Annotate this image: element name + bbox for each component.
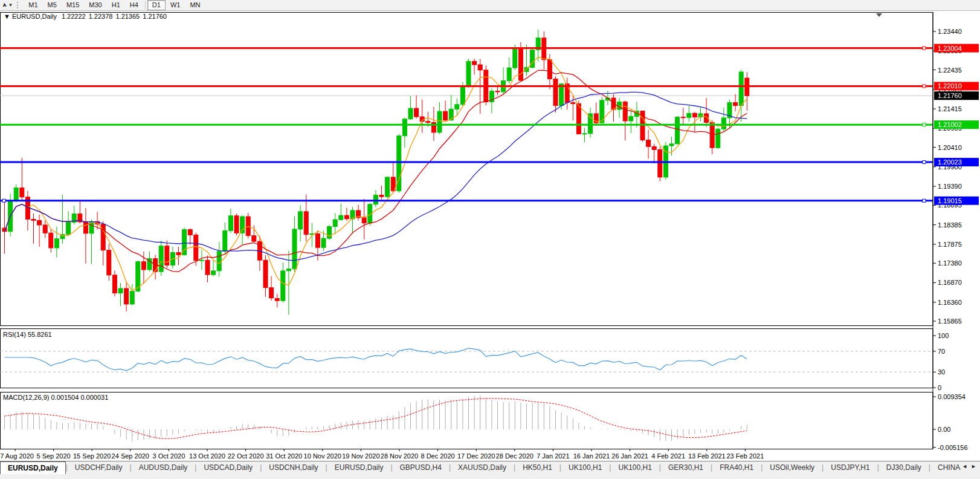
chevron-down-icon[interactable]: ▼ xyxy=(8,2,13,8)
candle-body xyxy=(333,220,337,226)
chart-tab-12[interactable]: FRA40,H1 xyxy=(712,462,761,474)
chart-tab-8[interactable]: HK50,H1 xyxy=(515,462,559,474)
price-tick-label: 1.16870 xyxy=(938,279,962,286)
candle-body xyxy=(281,271,285,301)
date-label: 10 Nov 2020 xyxy=(304,452,341,460)
price-tick-label: 1.19390 xyxy=(938,183,962,190)
toolbar-grip-handle[interactable] xyxy=(17,2,21,8)
candle-body xyxy=(687,113,691,117)
timeframe-button-h4[interactable]: H4 xyxy=(125,0,143,10)
price-badge-label: 1.22010 xyxy=(938,82,962,90)
chart-tab-9[interactable]: UK100,H1 xyxy=(561,462,609,474)
chart-tab-15[interactable]: DJ30,Daily xyxy=(879,462,929,474)
collapse-triangle-icon[interactable]: ▼ xyxy=(4,13,12,20)
timeframe-button-w1[interactable]: W1 xyxy=(166,0,185,10)
chart-tab-11[interactable]: GER30,H1 xyxy=(661,462,711,474)
candle-body xyxy=(188,230,192,235)
chart-tab-7[interactable]: XAUUSD,Daily xyxy=(451,462,514,474)
candle-body xyxy=(576,104,581,134)
candle-body xyxy=(269,288,274,298)
line-handle[interactable] xyxy=(2,199,5,202)
timeframe-button-m1[interactable]: M1 xyxy=(24,0,42,10)
chart-tab-14[interactable]: USDJPY,H1 xyxy=(824,462,877,474)
candle-body xyxy=(716,129,720,148)
candle-body xyxy=(217,252,221,271)
date-label: 19 Nov 2020 xyxy=(342,452,379,460)
candle-body xyxy=(466,61,471,86)
chart-tab-6[interactable]: GBPUSD,H4 xyxy=(393,462,449,474)
timeframe-button-m15[interactable]: M15 xyxy=(62,0,84,10)
chart-tab-5[interactable]: EURUSD,Daily xyxy=(327,462,391,474)
price-axis[interactable]: 1.234401.229301.224351.219251.214151.209… xyxy=(933,12,979,449)
timeframe-button-m5[interactable]: M5 xyxy=(43,0,62,10)
chart-tab-1[interactable]: USDCHF,Daily xyxy=(68,462,130,474)
candle-body xyxy=(692,113,697,117)
candle-body xyxy=(37,220,42,225)
price-tick-label: 1.15865 xyxy=(938,318,962,325)
candle-body xyxy=(286,269,291,271)
timeframe-button-h1[interactable]: H1 xyxy=(107,0,125,10)
candle-body xyxy=(263,260,268,288)
timeframe-button-mn[interactable]: MN xyxy=(185,0,205,10)
rsi-tick-label: 30 xyxy=(938,368,945,376)
chart-tab-13[interactable]: USOil,Weekly xyxy=(762,462,822,474)
price-badge-label: 1.21760 xyxy=(938,92,962,99)
date-label: 7 Jan 2021 xyxy=(537,452,569,460)
timeframe-button-m30[interactable]: M30 xyxy=(84,0,106,10)
candle-body xyxy=(681,117,685,118)
chart-tab-4[interactable]: USDCNH,Daily xyxy=(262,462,325,474)
chart-tab-0[interactable]: EURUSD,Daily xyxy=(0,461,66,474)
price-tick-label: 1.21415 xyxy=(938,105,962,112)
chart-tab-bar: EURUSD,Daily|USDCHF,Daily|AUDUSD,Daily|U… xyxy=(0,461,980,479)
rsi-tick-label: 0 xyxy=(938,384,941,391)
candle-body xyxy=(675,117,680,144)
candlestick-chart: ▼ EURUSD,Daily1.222221.223781.213651.217… xyxy=(0,10,980,461)
cursor-tool-button[interactable]: ➤ ▼ xyxy=(0,1,15,10)
candle-body xyxy=(547,60,552,79)
candle-body xyxy=(118,288,123,293)
header-open: 1.22222 xyxy=(62,13,86,20)
candle-body xyxy=(130,291,134,304)
date-label: 31 Oct 2020 xyxy=(266,452,302,460)
line-handle[interactable] xyxy=(923,123,926,126)
line-handle[interactable] xyxy=(923,47,926,50)
date-label: 8 Dec 2020 xyxy=(421,452,454,460)
candle-body xyxy=(495,91,500,92)
candle-body xyxy=(373,195,378,204)
candle-body xyxy=(344,215,349,219)
date-label: 28 Dec 2020 xyxy=(496,452,534,460)
line-handle[interactable] xyxy=(923,161,926,164)
cursor-icon: ➤ xyxy=(1,2,8,8)
date-label: 16 Jan 2021 xyxy=(573,452,610,460)
candle-body xyxy=(49,233,53,248)
candle-body xyxy=(124,288,129,304)
line-handle[interactable] xyxy=(923,199,926,202)
candle-body xyxy=(507,68,511,80)
candle-body xyxy=(194,235,198,260)
candle-body xyxy=(43,225,47,233)
candle-body xyxy=(298,212,303,229)
chart-tab-3[interactable]: USDCAD,Daily xyxy=(196,462,260,474)
date-label: 13 Oct 2020 xyxy=(189,452,225,460)
chart-tab-16[interactable]: CHINA300,H1 xyxy=(930,462,961,474)
price-badge-label: 1.19015 xyxy=(938,197,962,204)
candle-body xyxy=(141,262,146,270)
date-axis[interactable]: 27 Aug 20205 Sep 202015 Sep 202024 Sep 2… xyxy=(0,449,764,460)
timeframe-button-d1[interactable]: D1 xyxy=(147,0,166,10)
line-handle[interactable] xyxy=(923,85,926,88)
price-tick-label: 1.22435 xyxy=(938,67,962,74)
date-label: 26 Jan 2021 xyxy=(611,452,648,460)
date-label: 4 Feb 2021 xyxy=(651,452,685,460)
tabs-scroll-left-button[interactable]: ◄ xyxy=(962,463,967,469)
price-tick-label: 1.17380 xyxy=(938,259,962,267)
chart-tab-10[interactable]: UK100,H1 xyxy=(611,462,659,474)
candle-body xyxy=(327,226,332,238)
price-tick-label: 1.23440 xyxy=(938,28,962,35)
header-close: 1.21760 xyxy=(143,13,167,20)
candle-body xyxy=(31,219,36,220)
chart-tab-2[interactable]: AUDUSD,Daily xyxy=(132,462,195,474)
rsi-label: RSI(14) 55.8261 xyxy=(3,331,52,338)
tabs-scroll-right-button[interactable]: ► xyxy=(971,463,976,469)
chart-header: ▼ EURUSD,Daily1.222221.223781.213651.217… xyxy=(4,13,167,20)
macd-tick-label: 0.009354 xyxy=(938,393,965,400)
